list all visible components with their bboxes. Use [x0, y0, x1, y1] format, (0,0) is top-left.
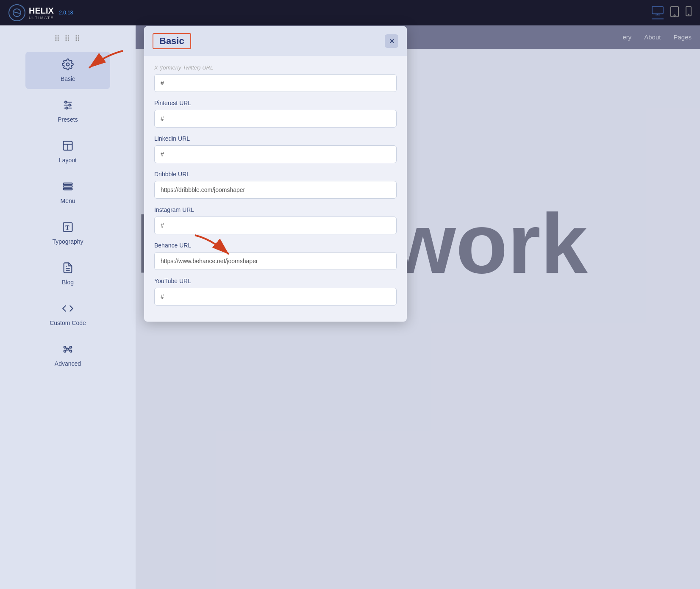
- modal-header: Basic ✕: [144, 26, 407, 56]
- sidebar-item-basic[interactable]: Basic: [25, 52, 110, 89]
- dribbble-url-input[interactable]: [154, 181, 397, 199]
- sidebar-drag-handle[interactable]: ⠿ ⠿ ⠿: [54, 34, 81, 43]
- logo-circle: [8, 4, 25, 21]
- form-group-linkedin: Linkedin URL: [154, 135, 397, 163]
- twitter-url-label: X (formerly Twitter) URL: [154, 64, 397, 71]
- sidebar-item-advanced[interactable]: Advanced: [25, 336, 110, 374]
- form-group-dribbble: Dribbble URL: [154, 171, 397, 199]
- svg-line-34: [69, 348, 69, 349]
- svg-rect-0: [652, 7, 663, 14]
- pinterest-url-label: Pinterest URL: [154, 100, 397, 106]
- behance-url-input[interactable]: [154, 252, 397, 270]
- svg-point-28: [67, 348, 69, 350]
- form-group-pinterest: Pinterest URL: [154, 100, 397, 128]
- sidebar-item-blog[interactable]: Blog: [25, 255, 110, 292]
- sidebar-item-menu-label: Menu: [60, 197, 75, 204]
- desktop-icon[interactable]: [652, 6, 664, 19]
- modal-panel: Basic ✕ X (formerly Twitter) URL Pintere…: [144, 26, 407, 322]
- presets-icon: [62, 99, 74, 114]
- pinterest-url-input[interactable]: [154, 110, 397, 128]
- advanced-icon: [62, 343, 74, 358]
- youtube-url-input[interactable]: [154, 288, 397, 306]
- instagram-url-label: Instagram URL: [154, 206, 397, 213]
- instagram-url-input[interactable]: [154, 217, 397, 234]
- sidebar-item-basic-label: Basic: [61, 75, 75, 82]
- sidebar-item-presets[interactable]: Presets: [25, 92, 110, 130]
- sidebar-item-typography-label: Typography: [52, 238, 83, 245]
- svg-rect-20: [64, 183, 72, 185]
- settings-icon: [62, 58, 74, 73]
- sidebar: ⠿ ⠿ ⠿ Basic Presets: [0, 25, 136, 589]
- sidebar-item-customcode[interactable]: Custom Code: [25, 296, 110, 333]
- svg-point-31: [64, 350, 66, 352]
- tablet-icon[interactable]: [670, 6, 679, 19]
- twitter-url-input[interactable]: [154, 74, 397, 92]
- svg-point-10: [67, 63, 69, 66]
- sidebar-item-presets-label: Presets: [58, 116, 78, 123]
- svg-point-32: [70, 350, 72, 352]
- modal-body: X (formerly Twitter) URL Pinterest URL L…: [144, 56, 407, 322]
- sidebar-item-menu[interactable]: Menu: [25, 174, 110, 211]
- logo-name: HELIX ULTIMATE: [29, 6, 54, 20]
- svg-line-35: [66, 350, 67, 350]
- sidebar-item-typography[interactable]: T Typography: [25, 214, 110, 252]
- youtube-url-label: YouTube URL: [154, 278, 397, 284]
- svg-line-36: [69, 350, 69, 350]
- sidebar-item-advanced-label: Advanced: [55, 360, 81, 367]
- svg-point-30: [70, 346, 72, 348]
- blog-icon: [62, 262, 74, 276]
- svg-rect-21: [64, 186, 72, 187]
- website-topbar: HELIX ULTIMATE 2.0.18: [0, 0, 700, 25]
- modal-close-button[interactable]: ✕: [385, 34, 398, 48]
- svg-text:T: T: [65, 225, 69, 231]
- sidebar-item-blog-label: Blog: [62, 279, 74, 286]
- behance-url-label: Behance URL: [154, 242, 397, 249]
- modal-title: Basic: [153, 33, 191, 49]
- svg-point-6: [688, 14, 689, 15]
- sidebar-item-customcode-label: Custom Code: [50, 320, 86, 326]
- website-logo: HELIX ULTIMATE 2.0.18: [8, 4, 73, 21]
- form-group-youtube: YouTube URL: [154, 278, 397, 306]
- form-group-behance: Behance URL: [154, 242, 397, 270]
- svg-line-33: [66, 348, 67, 349]
- svg-point-14: [65, 101, 67, 103]
- customcode-icon: [62, 303, 74, 317]
- version-label: 2.0.18: [59, 10, 73, 16]
- device-icons: [652, 6, 692, 19]
- linkedin-url-input[interactable]: [154, 145, 397, 163]
- menu-icon: [62, 181, 74, 195]
- form-group-instagram: Instagram URL: [154, 206, 397, 234]
- dribbble-url-label: Dribbble URL: [154, 171, 397, 178]
- sidebar-item-layout-label: Layout: [59, 157, 77, 164]
- svg-point-4: [674, 15, 675, 16]
- typography-icon: T: [62, 221, 74, 236]
- linkedin-url-label: Linkedin URL: [154, 135, 397, 142]
- svg-point-16: [66, 107, 68, 109]
- sidebar-item-layout[interactable]: Layout: [25, 133, 110, 170]
- svg-point-29: [64, 346, 66, 348]
- svg-rect-22: [64, 189, 72, 190]
- svg-point-15: [69, 104, 71, 106]
- form-group-twitter: X (formerly Twitter) URL: [154, 64, 397, 92]
- mobile-icon[interactable]: [686, 6, 692, 19]
- layout-icon: [62, 140, 74, 154]
